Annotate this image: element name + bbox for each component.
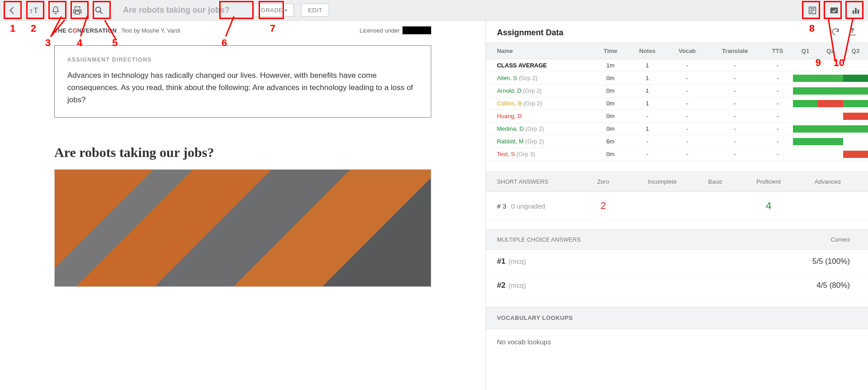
notifications-button[interactable] [48,3,63,18]
cell-tts: - [762,72,793,85]
data-view-button[interactable] [848,3,863,18]
cell-q2 [818,59,843,72]
notes-view-button[interactable] [805,3,820,18]
mc-row[interactable]: #2 (mcq)4/5 (80%) [486,274,868,298]
mc-correct: 4/5 (80%) [816,281,850,290]
cell-notes: - [628,110,667,123]
table-row[interactable]: Allen, S (Grp 2)0m1--- [486,72,868,85]
text-size-icon: TT [29,5,39,15]
col-tts[interactable]: TTS [762,43,793,59]
col-notes[interactable]: Notes [628,43,667,59]
bell-icon [51,5,61,15]
refresh-icon [831,27,840,36]
col-name[interactable]: Name [486,43,593,59]
cell-time: 1m [593,59,628,72]
page-title: Are robots taking our jobs? [123,5,230,15]
data-pane[interactable]: Assignment Data Name Time Notes Vocab Tr… [486,21,868,390]
cell-translate: - [708,72,762,85]
svg-text:T: T [30,8,33,14]
cell-q1 [793,85,818,97]
search-button[interactable] [91,3,107,18]
article-pane[interactable]: THE CONVERSATION Text by Moshe Y. Vardi … [0,21,486,390]
cell-tts: - [762,85,793,97]
student-name: Collins, B [497,100,522,107]
cell-q1 [793,148,818,161]
grade-view-button[interactable] [826,3,842,18]
cell-vocab: - [667,135,708,148]
cell-notes: 1 [628,59,667,72]
student-name: CLASS AVERAGE [497,62,547,69]
note-icon [807,5,817,15]
cell-q3 [843,123,868,135]
cell-tts: - [762,97,793,110]
license-label: Licensed under [359,27,400,34]
table-row[interactable]: Huang, D 0m---- [486,110,868,123]
cell-time: 0m [593,72,628,85]
cell-q3 [843,148,868,161]
student-group: (Grp 2) [525,138,544,145]
cell-vocab: - [667,85,708,97]
chevron-left-icon [7,5,17,15]
vocab-body: No vocab lookups [486,329,868,355]
cell-vocab: - [667,97,708,110]
sa-col-basic: Basic [692,178,739,185]
col-time[interactable]: Time [593,43,628,59]
table-row[interactable]: Collins, B (Grp 2)0m1--- [486,97,868,110]
refresh-button[interactable] [831,27,840,38]
student-name: Medina, D [497,125,524,132]
svg-rect-4 [853,10,854,14]
student-group: (Grp 2) [525,125,544,132]
grade-dropdown[interactable]: GRADE ▾ [254,4,294,17]
table-row[interactable]: CLASS AVERAGE 1m1--- [486,59,868,72]
cell-tts: - [762,59,793,72]
edit-button[interactable]: EDIT [301,4,329,17]
mc-index: #1 [497,257,505,266]
table-row[interactable]: Arnold, D (Grp 2)0m1--- [486,85,868,97]
cc-by-nd-badge [402,26,431,34]
cell-vocab: - [667,59,708,72]
back-button[interactable] [5,3,20,18]
cell-translate: - [708,97,762,110]
col-q3[interactable]: Q3 [843,43,868,59]
mc-index: #2 [497,281,505,290]
cell-q2 [818,135,843,148]
col-vocab[interactable]: Vocab [667,43,708,59]
export-button[interactable] [848,27,857,38]
cell-translate: - [708,123,762,135]
cell-notes: 1 [628,85,667,97]
table-row[interactable]: Medina, D (Grp 2)0m1--- [486,123,868,135]
mc-type: (mcq) [509,257,526,265]
cell-vocab: - [667,148,708,161]
student-name: Test, S [497,151,515,157]
col-q2[interactable]: Q2 [818,43,843,59]
student-name: Allen, S [497,75,517,81]
mc-heading: MULTIPLE CHOICE ANSWERS [497,236,580,243]
table-row[interactable]: Rabbitt, M (Grp 2)6m---- [486,135,868,148]
col-q1[interactable]: Q1 [793,43,818,59]
directions-heading: ASSIGNMENT DIRECTIONS [67,57,418,63]
print-button[interactable] [70,3,85,18]
cell-tts: - [762,135,793,148]
cell-tts: - [762,148,793,161]
export-icon [848,27,857,36]
article-hero-image [54,169,431,287]
svg-text:T: T [33,6,38,14]
svg-rect-6 [858,10,859,14]
cell-time: 0m [593,110,628,123]
cell-time: 0m [593,148,628,161]
col-translate[interactable]: Translate [708,43,762,59]
cell-q2 [818,148,843,161]
source-logo: THE CONVERSATION [54,27,117,34]
svg-rect-5 [855,8,857,14]
table-row[interactable]: Test, S (Grp 3)0m---- [486,148,868,161]
cell-q3 [843,97,868,110]
mc-row[interactable]: #1 (mcq)5/5 (100%) [486,250,868,274]
cell-q2 [818,85,843,97]
vocab-heading: VOCABULARY LOOKUPS [486,307,868,329]
cell-time: 0m [593,123,628,135]
text-size-button[interactable]: TT [26,3,42,18]
cell-q1 [793,123,818,135]
short-answer-row[interactable]: # 3 0 ungraded 2 4 [486,192,868,220]
student-name: Arnold, D [497,87,521,94]
student-name: Huang, D [497,113,522,119]
